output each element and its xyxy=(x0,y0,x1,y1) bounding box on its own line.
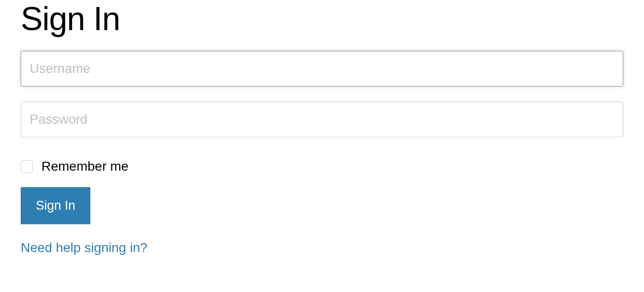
sign-in-button[interactable]: Sign In xyxy=(21,187,90,224)
password-input[interactable] xyxy=(21,102,623,137)
remember-me-checkbox[interactable] xyxy=(21,160,33,173)
username-input[interactable] xyxy=(21,51,623,87)
help-link[interactable]: Need help signing in? xyxy=(21,240,147,255)
page-title: Sign In xyxy=(21,0,623,38)
remember-me-row: Remember me xyxy=(21,159,623,174)
remember-me-label[interactable]: Remember me xyxy=(41,159,128,174)
